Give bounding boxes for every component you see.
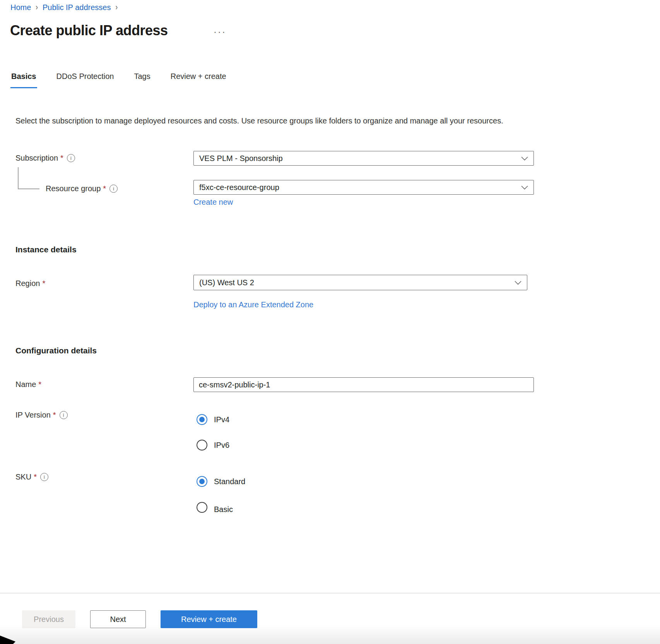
region-label: Region * [15, 279, 45, 288]
instance-details-heading: Instance details [15, 245, 77, 254]
required-asterisk: * [103, 184, 106, 193]
ipv6-radio-label[interactable]: IPv6 [214, 441, 229, 450]
tree-connector-vertical [18, 167, 19, 189]
breadcrumb-public-ip-link[interactable]: Public IP addresses [43, 3, 111, 12]
required-asterisk: * [38, 380, 41, 389]
sku-basic-radio-label[interactable]: Basic [214, 505, 233, 514]
chevron-down-icon [521, 156, 528, 161]
resource-group-label: Resource group * i [46, 184, 118, 193]
breadcrumb: Home › Public IP addresses › [10, 3, 118, 12]
page-title: Create public IP address [10, 22, 168, 39]
info-icon[interactable]: i [109, 185, 118, 193]
previous-button[interactable]: Previous [22, 610, 75, 628]
tree-connector-horizontal [18, 188, 39, 189]
configuration-details-heading: Configuration details [15, 346, 97, 355]
form-scroll-area: Home › Public IP addresses › Create publ… [0, 0, 660, 516]
tab-review-create[interactable]: Review + create [170, 72, 227, 88]
footer-divider [0, 593, 660, 593]
radio-row-ipv4: IPv4 [197, 414, 229, 425]
breadcrumb-home-link[interactable]: Home [10, 3, 31, 12]
name-label: Name * [15, 380, 41, 389]
chevron-down-icon [521, 185, 528, 190]
required-asterisk: * [42, 279, 45, 288]
radio-row-basic: Basic [197, 502, 233, 513]
resource-group-value: f5xc-ce-resource-group [199, 183, 279, 192]
create-new-link[interactable]: Create new [193, 198, 233, 207]
sku-label-text: SKU [15, 473, 31, 481]
tab-basics[interactable]: Basics [10, 72, 37, 88]
mouse-cursor-icon [0, 635, 15, 644]
create-public-ip-page: Home › Public IP addresses › Create publ… [0, 0, 660, 644]
radio-row-standard: Standard [197, 476, 245, 487]
ip-version-label-text: IP Version [15, 411, 51, 420]
info-icon[interactable]: i [40, 473, 48, 481]
region-value: (US) West US 2 [199, 278, 254, 287]
tab-ddos-protection[interactable]: DDoS Protection [56, 72, 115, 88]
resource-group-label-text: Resource group [46, 184, 101, 193]
tab-bar: Basics DDoS Protection Tags Review + cre… [10, 72, 246, 88]
info-icon[interactable]: i [67, 154, 75, 162]
review-create-button[interactable]: Review + create [161, 610, 257, 628]
sku-label: SKU * i [15, 473, 48, 481]
ip-version-label: IP Version * i [15, 411, 68, 420]
ipv4-radio[interactable] [197, 414, 207, 425]
intro-text: Select the subscription to manage deploy… [15, 115, 530, 127]
subscription-label-text: Subscription [15, 154, 58, 163]
required-asterisk: * [34, 473, 37, 481]
info-icon[interactable]: i [60, 411, 68, 419]
required-asterisk: * [53, 411, 56, 420]
ipv4-radio-label[interactable]: IPv4 [214, 415, 229, 424]
sku-basic-radio[interactable] [197, 502, 207, 513]
chevron-right-icon: › [115, 3, 118, 12]
region-dropdown[interactable]: (US) West US 2 [193, 275, 527, 290]
name-input[interactable] [193, 377, 534, 392]
resource-group-dropdown[interactable]: f5xc-ce-resource-group [193, 180, 534, 195]
required-asterisk: * [60, 154, 63, 163]
sku-standard-radio-label[interactable]: Standard [214, 477, 245, 486]
subscription-dropdown[interactable]: VES PLM - Sponsorship [193, 151, 534, 166]
next-button[interactable]: Next [90, 610, 146, 628]
subscription-value: VES PLM - Sponsorship [199, 154, 283, 163]
name-label-text: Name [15, 380, 36, 389]
region-label-text: Region [15, 279, 40, 288]
sku-standard-radio[interactable] [197, 476, 207, 487]
tab-tags[interactable]: Tags [133, 72, 151, 88]
chevron-down-icon [515, 281, 522, 285]
radio-row-ipv6: IPv6 [197, 440, 229, 450]
subscription-label: Subscription * i [15, 154, 75, 163]
azure-extended-zone-link[interactable]: Deploy to an Azure Extended Zone [193, 300, 313, 309]
ipv6-radio[interactable] [197, 440, 207, 450]
chevron-right-icon: › [36, 3, 38, 12]
more-options-icon[interactable]: ··· [214, 26, 226, 37]
